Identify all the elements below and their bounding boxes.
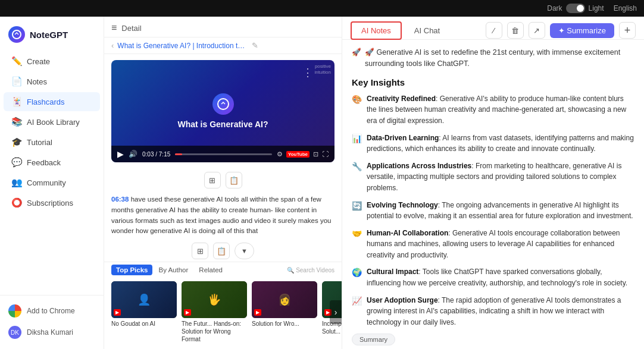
tab-ai-notes[interactable]: AI Notes	[351, 21, 402, 40]
user-profile[interactable]: DK Diksha Kumari	[0, 322, 104, 343]
clipboard-icon-2[interactable]: 📋	[213, 243, 230, 259]
rec-tab-top-picks[interactable]: Top Picks	[111, 265, 152, 275]
search-videos[interactable]: 🔍 Search Videos	[287, 267, 334, 273]
sidebar-item-flashcards[interactable]: 🃏 Flashcards	[4, 92, 100, 111]
intro-bullets: 🚀 🚀 Generative AI is set to redefine the…	[352, 47, 634, 70]
sidebar-item-ai-book-library[interactable]: 📚 AI Book Library	[4, 112, 100, 131]
insight-icon-0: 🎨	[352, 93, 362, 127]
rec-title-1: The Futur... Hands-on: Solution for Wron…	[182, 320, 247, 343]
insight-item-4: 🤝Human-AI Collaboration: Generative AI t…	[352, 228, 634, 261]
sidebar-item-subscriptions[interactable]: ⭕ Subscriptions	[4, 193, 100, 212]
sidebar-item-community[interactable]: 👥 Community	[4, 173, 100, 192]
settings-icon[interactable]: ⚙	[277, 150, 283, 158]
user-name: Diksha Kumari	[27, 328, 73, 337]
cast-icon[interactable]: ⊡	[313, 150, 318, 158]
sidebar-item-label-ai-book-library: AI Book Library	[27, 118, 80, 127]
add-to-chrome-button[interactable]: Add to Chrome	[0, 300, 104, 322]
transcript-text: 06:38 have used these generative AI tool…	[104, 192, 342, 240]
volume-button[interactable]: 🔊	[129, 150, 137, 158]
sidebar-item-feedback[interactable]: 💬 Feedback	[4, 153, 100, 172]
video-time: 0:03 / 7:15	[142, 151, 170, 158]
sidebar-bottom: Add to Chrome DK Diksha Kumari	[0, 295, 104, 343]
progress-fill	[175, 153, 182, 155]
logo-icon	[8, 26, 25, 43]
video-attribution: positive intuition	[314, 64, 331, 76]
progress-bar[interactable]	[175, 153, 272, 155]
svg-point-1	[218, 99, 229, 109]
search-videos-label: Search Videos	[296, 267, 334, 273]
youtube-logo: YouTube	[286, 151, 310, 158]
flashcards-icon: 🃏	[12, 97, 21, 106]
intro-text-0: 🚀 Generative AI is set to redefine the 2…	[365, 47, 634, 70]
insight-icon-4: 🤝	[352, 228, 362, 261]
transcript-content: have used these generative AI tools all …	[111, 196, 331, 234]
feedback-icon: 💬	[12, 158, 21, 167]
breadcrumb-back-arrow[interactable]: ‹	[111, 41, 114, 50]
video-logo	[212, 93, 234, 115]
dark-label: Dark	[547, 4, 562, 12]
right-tabs: AI Notes AI Chat ⁄ 🗑 ↗ ✦ Summarize +	[342, 17, 644, 40]
play-badge-1: ▶	[184, 309, 191, 316]
center-panel: ≡ Detail ‹ What is Generative AI? | Intr…	[104, 17, 342, 349]
tab-ai-chat[interactable]: AI Chat	[404, 22, 450, 39]
insight-item-0: 🎨Creativity Redefined: Generative AI's a…	[352, 93, 634, 127]
theme-toggle[interactable]	[566, 4, 585, 13]
insight-item-3: 🔄Evolving Technology: The ongoing advanc…	[352, 200, 634, 222]
rec-tab-by-author[interactable]: By Author	[154, 265, 193, 275]
insight-text-0: Creativity Redefined: Generative AI's ab…	[367, 93, 634, 127]
summarize-button[interactable]: ✦ Summarize	[550, 23, 614, 38]
breadcrumb-text[interactable]: What is Generative AI? | Introduction to…	[117, 42, 248, 50]
hamburger-icon[interactable]: ≡	[111, 23, 117, 33]
trash-icon[interactable]: 🗑	[507, 22, 524, 39]
rec-tab-related[interactable]: Related	[194, 265, 227, 275]
insight-icon-6: 📈	[352, 295, 362, 328]
copy-icon[interactable]: ⊞	[204, 172, 221, 188]
attribution-line2: intuition	[314, 70, 331, 76]
insight-item-1: 📊Data-Driven Learning: AI learns from va…	[352, 133, 634, 155]
key-insights-title: Key Insights	[352, 77, 634, 87]
insight-item-6: 📈User Adoption Surge: The rapid adoption…	[352, 295, 634, 328]
sidebar-item-notes[interactable]: 📄 Notes	[4, 72, 100, 91]
rec-video-0: 👤 ▶ No Goudat on AI	[111, 281, 177, 343]
slash-icon[interactable]: ⁄	[486, 22, 502, 39]
search-icon: 🔍	[287, 267, 294, 273]
insight-text-4: Human-AI Collaboration: Generative AI to…	[367, 228, 634, 261]
add-to-chrome-label: Add to Chrome	[27, 307, 75, 315]
bottom-icons: ⊞ 📋 ▼	[104, 240, 342, 262]
edit-icon[interactable]: ✎	[252, 41, 258, 50]
sidebar: NoteGPT ✏️ Create 📄 Notes 🃏 Flashcards 📚…	[0, 17, 104, 349]
breadcrumb: ‹ What is Generative AI? | Introduction …	[104, 37, 342, 54]
intro-icon-0: 🚀	[352, 47, 361, 70]
community-icon: 👥	[12, 178, 21, 187]
detail-label: Detail	[121, 24, 141, 33]
insight-item-2: 🔧Applications Across Industries: From ma…	[352, 161, 634, 194]
language-selector[interactable]: English	[614, 4, 637, 12]
plus-button[interactable]: +	[619, 22, 636, 39]
summary-chip[interactable]: Summary	[352, 334, 395, 345]
copy-icon-2[interactable]: ⊞	[192, 243, 208, 259]
share-icon[interactable]: ↗	[529, 22, 545, 39]
recommendation-tabs: Top Picks By Author Related 🔍 Search Vid…	[104, 262, 342, 278]
rec-thumb-0[interactable]: 👤 ▶	[111, 281, 177, 318]
filter-button[interactable]: ▼	[235, 243, 254, 259]
tutorial-icon: 🎓	[12, 137, 21, 147]
video-more-button[interactable]: ⋮	[302, 66, 313, 79]
sidebar-item-label-notes: Notes	[27, 77, 47, 86]
sidebar-item-tutorial[interactable]: 🎓 Tutorial	[4, 133, 100, 152]
rec-thumb-1[interactable]: 🖐 ▶	[182, 281, 247, 318]
sidebar-item-label-tutorial: Tutorial	[27, 138, 52, 147]
insight-text-2: Applications Across Industries: From mar…	[367, 161, 634, 194]
sidebar-item-create[interactable]: ✏️ Create	[4, 52, 100, 71]
play-button[interactable]: ▶	[117, 149, 124, 159]
insight-icon-3: 🔄	[352, 200, 362, 222]
transcript-actions: ⊞ 📋	[104, 168, 342, 192]
fullscreen-icon[interactable]: ⛶	[322, 150, 329, 158]
rec-videos-wrapper: 👤 ▶ No Goudat on AI 🖐 ▶ The Futur... Han…	[104, 278, 342, 347]
attribution-line1: positive	[314, 64, 331, 70]
rec-videos: 👤 ▶ No Goudat on AI 🖐 ▶ The Futur... Han…	[104, 278, 342, 347]
timestamp[interactable]: 06:38	[111, 196, 129, 203]
rec-thumb-2[interactable]: 👩 ▶	[252, 281, 317, 318]
rec-videos-next[interactable]: ›	[330, 300, 342, 324]
clipboard-icon[interactable]: 📋	[226, 172, 242, 188]
sidebar-item-label-flashcards: Flashcards	[27, 98, 65, 106]
